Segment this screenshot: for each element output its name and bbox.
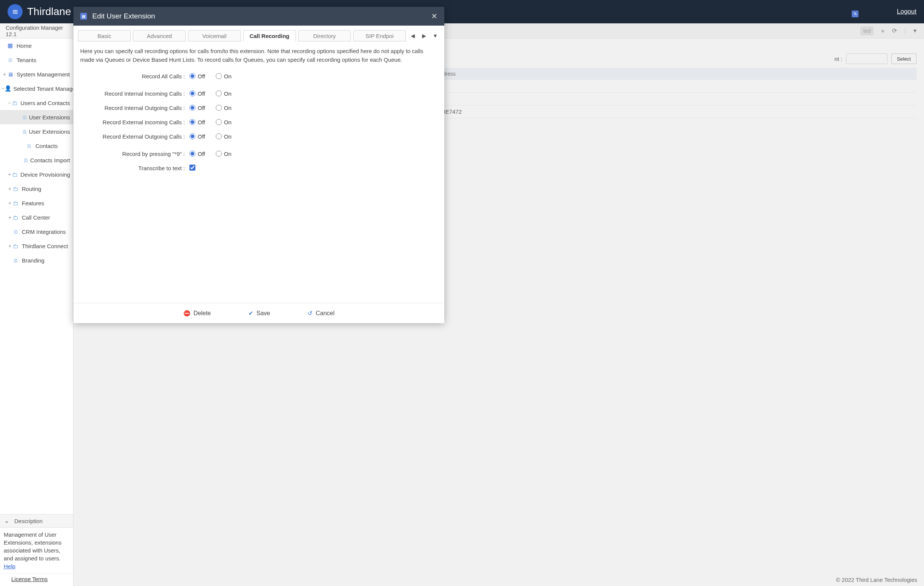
expand-icon[interactable]: −	[7, 100, 12, 106]
brand-logo: ≋	[8, 4, 23, 19]
transcribe-checkbox[interactable]	[190, 165, 195, 171]
sidebar-item-8[interactable]: 🗎Contacts Import	[0, 153, 73, 167]
rec-int-out-off[interactable]: Off	[190, 105, 205, 111]
page-icon: 🗎	[26, 143, 34, 149]
sidebar-item-label: Call Center	[22, 214, 50, 221]
sidebar-item-11[interactable]: +🗀Features	[0, 196, 73, 210]
folder-icon: 🗀	[13, 186, 20, 192]
sidebar-item-4[interactable]: −🗀Users and Contacts	[0, 96, 73, 110]
save-button[interactable]: ✔ Save	[249, 310, 270, 317]
tab-advanced[interactable]: Advanced	[133, 30, 186, 41]
sidebar-item-label: Branding	[22, 257, 45, 264]
page-icon: 🗎	[13, 229, 20, 235]
sidebar: Configuration Manager 12.1 ▦Home🗎Tenants…	[0, 23, 73, 586]
logout-link[interactable]: Logout	[897, 8, 916, 15]
sidebar-item-10[interactable]: +🗀Routing	[0, 182, 73, 196]
sidebar-item-7[interactable]: 🗎Contacts	[0, 139, 73, 153]
save-icon: ✔	[249, 310, 253, 317]
rec-int-out-on[interactable]: On	[216, 105, 231, 111]
expand-icon[interactable]: +	[7, 243, 13, 249]
tab-next-icon[interactable]: ▶	[419, 33, 429, 39]
row-transcribe: Transcribe to text :	[80, 163, 437, 173]
rec-ext-out-off[interactable]: Off	[190, 133, 205, 140]
expand-icon[interactable]: −	[2, 86, 5, 91]
rec-ext-in-off[interactable]: Off	[190, 119, 205, 125]
folder-icon: 🗀	[13, 243, 20, 249]
dashboard-icon: ▦	[8, 42, 15, 49]
license-footer: License Terms	[0, 573, 73, 586]
undo-icon: ↺	[308, 310, 312, 317]
brand-name: Thirdlane	[27, 6, 71, 18]
edit-icon[interactable]: ✎	[852, 10, 858, 17]
rec-star9-on[interactable]: On	[216, 151, 231, 157]
sidebar-item-2[interactable]: +🖥System Management	[0, 67, 73, 81]
sidebar-item-label: User Extensions	[29, 129, 70, 135]
page-icon: 🗎	[23, 157, 29, 163]
row-rec-int-out: Record Internal Outgoing Calls : Off On	[80, 102, 437, 113]
expand-icon[interactable]: +	[7, 172, 12, 177]
sidebar-item-14[interactable]: +🗀Thirdlane Connect	[0, 239, 73, 253]
tab-basic[interactable]: Basic	[78, 30, 130, 41]
row-record-all: Record All Calls : Off On	[80, 71, 437, 81]
record-all-off[interactable]: Off	[190, 73, 205, 79]
label-rec-star9: Record by pressing "*9" :	[80, 151, 190, 157]
sidebar-item-label: Contacts Import	[30, 157, 70, 163]
sidebar-item-1[interactable]: 🗎Tenants	[0, 53, 73, 67]
sidebar-item-label: Contacts	[35, 143, 58, 149]
sidebar-item-12[interactable]: +🗀Call Center	[0, 210, 73, 224]
tab-more-icon[interactable]: ▼	[431, 33, 440, 39]
expand-icon[interactable]: +	[2, 71, 8, 77]
rec-int-in-off[interactable]: Off	[190, 91, 205, 97]
label-transcribe: Transcribe to text :	[80, 165, 190, 172]
record-all-on[interactable]: On	[216, 73, 231, 79]
breadcrumb: Configuration Manager 12.1	[0, 23, 73, 38]
page-icon: 🗎	[22, 129, 28, 135]
rec-int-in-on[interactable]: On	[216, 91, 231, 97]
close-icon[interactable]: ✕	[431, 12, 437, 21]
minus-circle-icon: ⛔	[183, 310, 191, 317]
description-content: Management of User Extensions, extension…	[0, 528, 73, 573]
rec-ext-in-on[interactable]: On	[216, 119, 231, 125]
copyright: © 2022 Third Lane Technologies	[836, 576, 917, 583]
rec-star9-off[interactable]: Off	[190, 151, 205, 157]
sidebar-item-label: Tenants	[16, 57, 36, 63]
sidebar-item-label: Routing	[22, 186, 41, 192]
sidebar-item-0[interactable]: ▦Home	[0, 38, 73, 53]
tab-prev-icon[interactable]: ◀	[408, 33, 417, 39]
folder-icon: 🗀	[13, 200, 20, 206]
label-record-all: Record All Calls :	[80, 73, 190, 79]
sidebar-item-label: Home	[16, 43, 31, 49]
sidebar-item-3[interactable]: −👤Selected Tenant Management	[0, 81, 73, 96]
expand-icon[interactable]: +	[7, 186, 13, 192]
sidebar-item-6[interactable]: 🗎User Extensions	[0, 124, 73, 139]
modal-body: Here you can specify call recording opti…	[73, 42, 444, 303]
sidebar-item-5[interactable]: 🗎User Extensions	[0, 110, 73, 124]
page-icon: 🗎	[8, 57, 15, 63]
cancel-button[interactable]: ↺ Cancel	[308, 310, 334, 317]
rec-ext-out-on[interactable]: On	[216, 133, 231, 140]
tab-call-recording[interactable]: Call Recording	[243, 30, 296, 41]
description-header[interactable]: ⌄ Description	[0, 514, 73, 528]
expand-icon[interactable]: +	[7, 200, 13, 206]
tab-directory[interactable]: Directory	[298, 30, 351, 41]
label-rec-int-out: Record Internal Outgoing Calls :	[80, 105, 190, 111]
sidebar-tree: ▦Home🗎Tenants+🖥System Management−👤Select…	[0, 38, 73, 514]
modal-footer: ⛔ Delete ✔ Save ↺ Cancel	[73, 303, 444, 323]
sidebar-item-15[interactable]: 🗎Branding	[0, 253, 73, 267]
tab-voicemail[interactable]: Voicemail	[188, 30, 241, 41]
sidebar-item-label: Selected Tenant Management	[13, 86, 73, 92]
sidebar-item-label: System Management	[16, 71, 70, 78]
instruction-text: Here you can specify call recording opti…	[80, 47, 437, 64]
tab-sip-endpoi[interactable]: SIP Endpoi	[353, 30, 406, 41]
sidebar-item-label: User Extensions	[29, 114, 70, 121]
sidebar-item-label: Thirdlane Connect	[22, 243, 68, 249]
label-rec-ext-out: Record External Outgoing Calls :	[80, 133, 190, 140]
help-link[interactable]: Help	[4, 563, 15, 569]
sidebar-item-13[interactable]: 🗎CRM Integrations	[0, 224, 73, 239]
expand-icon[interactable]: +	[7, 214, 13, 220]
system-icon: 🖥	[8, 71, 15, 78]
sidebar-item-9[interactable]: +🗀Device Provisioning	[0, 167, 73, 182]
license-link[interactable]: License Terms	[11, 576, 48, 582]
folder-icon: 🗀	[12, 172, 19, 178]
delete-button[interactable]: ⛔ Delete	[183, 310, 211, 317]
